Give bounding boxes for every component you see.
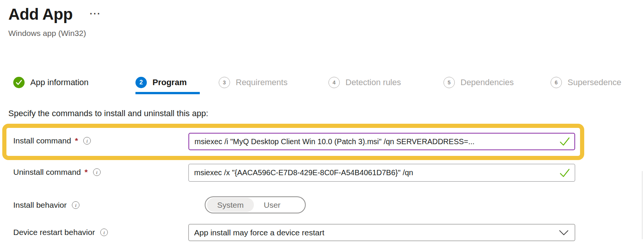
step-number-badge: 6 — [551, 77, 562, 88]
uninstall-command-label: Uninstall command* i — [13, 168, 101, 177]
active-tab-underline — [135, 92, 200, 94]
panel-scroll-track[interactable] — [642, 171, 643, 239]
uninstall-command-input[interactable] — [188, 164, 575, 182]
label-text: Device restart behavior — [13, 228, 95, 237]
section-instruction: Specify the commands to install and unin… — [8, 109, 208, 118]
tab-label: Supersedence — [568, 78, 621, 87]
info-icon[interactable]: i — [83, 137, 91, 145]
tab-program[interactable]: 2 Program — [135, 77, 187, 88]
device-restart-behavior-dropdown[interactable]: App install may force a device restart — [188, 224, 575, 241]
info-icon[interactable]: i — [72, 201, 79, 209]
tab-label: Program — [152, 78, 187, 87]
info-glyph: i — [75, 203, 76, 208]
uninstall-command-field — [188, 164, 575, 182]
info-glyph: i — [96, 170, 98, 175]
install-command-label: Install command* i — [13, 136, 91, 145]
tab-label: Dependencies — [460, 78, 514, 87]
valid-check-icon — [560, 168, 570, 177]
install-command-field — [188, 133, 575, 150]
toggle-option-system[interactable]: System — [207, 198, 254, 212]
label-text: Install command — [13, 136, 71, 145]
device-restart-behavior-label: Device restart behavior i — [13, 228, 108, 237]
step-number-badge: 2 — [135, 77, 147, 88]
tab-label: Detection rules — [345, 78, 401, 87]
more-options-icon[interactable]: ··· — [90, 9, 101, 18]
dropdown-selected-value: App install may force a device restart — [194, 228, 324, 237]
info-glyph: i — [103, 230, 105, 235]
step-completed-circle — [13, 77, 25, 88]
info-icon[interactable]: i — [93, 168, 101, 176]
label-text: Install behavior — [13, 201, 67, 210]
tab-label: App information — [30, 78, 89, 87]
tab-label: Requirements — [236, 78, 288, 87]
info-glyph: i — [86, 138, 88, 143]
page-title: Add App — [8, 5, 73, 23]
required-asterisk: * — [85, 168, 88, 177]
chevron-down-icon — [559, 230, 569, 235]
tab-detection-rules[interactable]: 4 Detection rules — [328, 77, 401, 88]
label-text: Uninstall command — [13, 168, 81, 177]
step-number-badge: 3 — [219, 77, 230, 88]
install-command-input[interactable] — [188, 133, 575, 150]
step-number-badge: 4 — [328, 77, 340, 88]
check-icon — [16, 80, 22, 85]
install-behavior-label: Install behavior i — [13, 201, 79, 210]
tab-app-information[interactable]: App information — [13, 77, 89, 88]
step-number-badge: 5 — [443, 77, 455, 88]
valid-check-icon — [560, 137, 570, 146]
tab-requirements[interactable]: 3 Requirements — [219, 77, 288, 88]
tab-supersedence[interactable]: 6 Supersedence — [551, 77, 621, 88]
tab-dependencies[interactable]: 5 Dependencies — [443, 77, 514, 88]
install-behavior-toggle: System User — [205, 196, 306, 213]
toggle-option-user[interactable]: User — [254, 198, 290, 212]
info-icon[interactable]: i — [100, 229, 108, 236]
add-app-wizard: Add App ··· Windows app (Win32) App info… — [0, 0, 644, 252]
required-asterisk: * — [75, 136, 78, 145]
page-subtitle: Windows app (Win32) — [8, 29, 86, 38]
